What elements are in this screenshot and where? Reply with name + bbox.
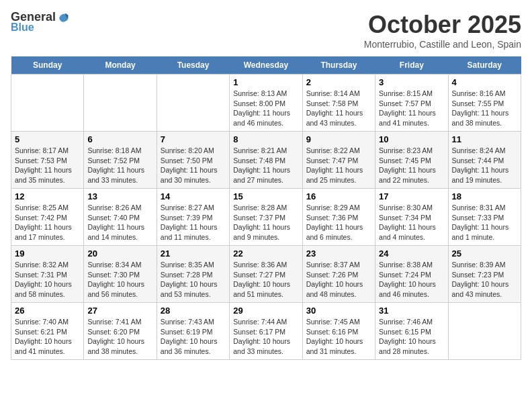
calendar-cell: 7Sunrise: 8:20 AMSunset: 7:50 PMDaylight… [157, 132, 229, 189]
calendar-cell: 16Sunrise: 8:29 AMSunset: 7:36 PMDayligh… [302, 189, 375, 246]
cell-info: Sunrise: 8:37 AMSunset: 7:26 PMDaylight:… [306, 260, 371, 300]
date-number: 16 [306, 191, 371, 201]
cell-info: Sunrise: 8:31 AMSunset: 7:33 PMDaylight:… [452, 203, 517, 242]
calendar-cell: 27Sunrise: 7:41 AMSunset: 6:20 PMDayligh… [84, 303, 157, 360]
date-number: 9 [306, 134, 371, 144]
weekday-sunday: Sunday [11, 56, 84, 75]
date-number: 29 [233, 306, 298, 316]
cell-info: Sunrise: 8:39 AMSunset: 7:23 PMDaylight:… [452, 260, 517, 300]
week-row-1: 1Sunrise: 8:13 AMSunset: 8:00 PMDaylight… [11, 75, 521, 132]
date-number: 3 [379, 77, 444, 87]
calendar-cell: 4Sunrise: 8:16 AMSunset: 7:55 PMDaylight… [448, 75, 521, 132]
cell-info: Sunrise: 8:18 AMSunset: 7:52 PMDaylight:… [87, 146, 152, 185]
calendar-cell: 22Sunrise: 8:36 AMSunset: 7:27 PMDayligh… [230, 246, 302, 303]
calendar-cell [157, 75, 229, 132]
cell-info: Sunrise: 8:24 AMSunset: 7:44 PMDaylight:… [452, 146, 517, 185]
date-number: 20 [87, 248, 152, 259]
title-block: October 2025 Monterrubio, Castille and L… [364, 11, 521, 50]
date-number: 22 [233, 248, 298, 259]
cell-info: Sunrise: 8:16 AMSunset: 7:55 PMDaylight:… [452, 89, 517, 128]
date-number: 4 [452, 77, 517, 87]
date-number: 15 [233, 191, 298, 201]
cell-info: Sunrise: 8:30 AMSunset: 7:34 PMDaylight:… [379, 203, 444, 242]
page-header: General Blue October 2025 Monterrubio, C… [11, 11, 521, 50]
cell-info: Sunrise: 8:28 AMSunset: 7:37 PMDaylight:… [233, 203, 298, 242]
cell-info: Sunrise: 7:46 AMSunset: 6:15 PMDaylight:… [379, 317, 444, 357]
date-number: 26 [15, 306, 80, 316]
calendar-cell [11, 75, 84, 132]
calendar-cell: 25Sunrise: 8:39 AMSunset: 7:23 PMDayligh… [448, 246, 521, 303]
calendar-cell: 21Sunrise: 8:35 AMSunset: 7:28 PMDayligh… [157, 246, 229, 303]
weekday-header-row: SundayMondayTuesdayWednesdayThursdayFrid… [11, 56, 521, 75]
calendar-cell [448, 303, 521, 360]
calendar-cell: 10Sunrise: 8:23 AMSunset: 7:45 PMDayligh… [375, 132, 448, 189]
cell-info: Sunrise: 7:43 AMSunset: 6:19 PMDaylight:… [161, 317, 226, 357]
week-row-3: 12Sunrise: 8:25 AMSunset: 7:42 PMDayligh… [11, 189, 521, 246]
calendar-cell: 13Sunrise: 8:26 AMSunset: 7:40 PMDayligh… [84, 189, 157, 246]
date-number: 1 [233, 77, 298, 87]
date-number: 2 [306, 77, 371, 87]
date-number: 13 [87, 191, 152, 201]
cell-info: Sunrise: 8:14 AMSunset: 7:58 PMDaylight:… [306, 89, 371, 128]
week-row-5: 26Sunrise: 7:40 AMSunset: 6:21 PMDayligh… [11, 303, 521, 360]
calendar-cell: 29Sunrise: 7:44 AMSunset: 6:17 PMDayligh… [230, 303, 302, 360]
cell-info: Sunrise: 8:25 AMSunset: 7:42 PMDaylight:… [15, 203, 80, 242]
calendar-cell: 2Sunrise: 8:14 AMSunset: 7:58 PMDaylight… [302, 75, 375, 132]
cell-info: Sunrise: 8:20 AMSunset: 7:50 PMDaylight:… [161, 146, 226, 185]
calendar-cell: 8Sunrise: 8:21 AMSunset: 7:48 PMDaylight… [230, 132, 302, 189]
cell-info: Sunrise: 8:36 AMSunset: 7:27 PMDaylight:… [233, 260, 298, 300]
weekday-saturday: Saturday [448, 56, 521, 75]
date-number: 28 [161, 306, 226, 316]
date-number: 5 [15, 134, 80, 144]
calendar-cell: 20Sunrise: 8:34 AMSunset: 7:30 PMDayligh… [84, 246, 157, 303]
date-number: 23 [306, 248, 371, 259]
calendar-cell: 18Sunrise: 8:31 AMSunset: 7:33 PMDayligh… [448, 189, 521, 246]
cell-info: Sunrise: 8:35 AMSunset: 7:28 PMDaylight:… [161, 260, 226, 300]
calendar-cell: 23Sunrise: 8:37 AMSunset: 7:26 PMDayligh… [302, 246, 375, 303]
date-number: 12 [15, 191, 80, 201]
cell-info: Sunrise: 7:41 AMSunset: 6:20 PMDaylight:… [87, 317, 152, 357]
date-number: 8 [233, 134, 298, 144]
date-number: 21 [161, 248, 226, 259]
calendar-cell: 17Sunrise: 8:30 AMSunset: 7:34 PMDayligh… [375, 189, 448, 246]
date-number: 24 [379, 248, 444, 259]
cell-info: Sunrise: 8:13 AMSunset: 8:00 PMDaylight:… [233, 89, 298, 128]
calendar-cell: 9Sunrise: 8:22 AMSunset: 7:47 PMDaylight… [302, 132, 375, 189]
cell-info: Sunrise: 7:44 AMSunset: 6:17 PMDaylight:… [233, 317, 298, 357]
date-number: 10 [379, 134, 444, 144]
cell-info: Sunrise: 8:22 AMSunset: 7:47 PMDaylight:… [306, 146, 371, 185]
calendar-cell: 3Sunrise: 8:15 AMSunset: 7:57 PMDaylight… [375, 75, 448, 132]
date-number: 14 [161, 191, 226, 201]
calendar-cell: 5Sunrise: 8:17 AMSunset: 7:53 PMDaylight… [11, 132, 84, 189]
weekday-friday: Friday [375, 56, 448, 75]
date-number: 6 [87, 134, 152, 144]
calendar-cell: 19Sunrise: 8:32 AMSunset: 7:31 PMDayligh… [11, 246, 84, 303]
calendar-cell: 6Sunrise: 8:18 AMSunset: 7:52 PMDaylight… [84, 132, 157, 189]
calendar-cell: 31Sunrise: 7:46 AMSunset: 6:15 PMDayligh… [375, 303, 448, 360]
calendar-table: SundayMondayTuesdayWednesdayThursdayFrid… [11, 56, 521, 360]
cell-info: Sunrise: 7:45 AMSunset: 6:16 PMDaylight:… [306, 317, 371, 357]
cell-info: Sunrise: 8:26 AMSunset: 7:40 PMDaylight:… [87, 203, 152, 242]
calendar-cell: 11Sunrise: 8:24 AMSunset: 7:44 PMDayligh… [448, 132, 521, 189]
date-number: 7 [161, 134, 226, 144]
cell-info: Sunrise: 8:38 AMSunset: 7:24 PMDaylight:… [379, 260, 444, 300]
calendar-cell: 1Sunrise: 8:13 AMSunset: 8:00 PMDaylight… [230, 75, 302, 132]
calendar-cell: 24Sunrise: 8:38 AMSunset: 7:24 PMDayligh… [375, 246, 448, 303]
logo: General Blue [11, 11, 71, 34]
date-number: 27 [87, 306, 152, 316]
cell-info: Sunrise: 8:23 AMSunset: 7:45 PMDaylight:… [379, 146, 444, 185]
weekday-tuesday: Tuesday [157, 56, 229, 75]
cell-info: Sunrise: 8:34 AMSunset: 7:30 PMDaylight:… [87, 260, 152, 300]
calendar-cell: 28Sunrise: 7:43 AMSunset: 6:19 PMDayligh… [157, 303, 229, 360]
calendar-cell [84, 75, 157, 132]
calendar-cell: 26Sunrise: 7:40 AMSunset: 6:21 PMDayligh… [11, 303, 84, 360]
calendar-cell: 15Sunrise: 8:28 AMSunset: 7:37 PMDayligh… [230, 189, 302, 246]
calendar-cell: 30Sunrise: 7:45 AMSunset: 6:16 PMDayligh… [302, 303, 375, 360]
logo-icon [57, 11, 71, 24]
cell-info: Sunrise: 8:29 AMSunset: 7:36 PMDaylight:… [306, 203, 371, 242]
cell-info: Sunrise: 7:40 AMSunset: 6:21 PMDaylight:… [15, 317, 80, 357]
date-number: 19 [15, 248, 80, 259]
weekday-wednesday: Wednesday [230, 56, 302, 75]
date-number: 30 [306, 306, 371, 316]
weekday-monday: Monday [84, 56, 157, 75]
